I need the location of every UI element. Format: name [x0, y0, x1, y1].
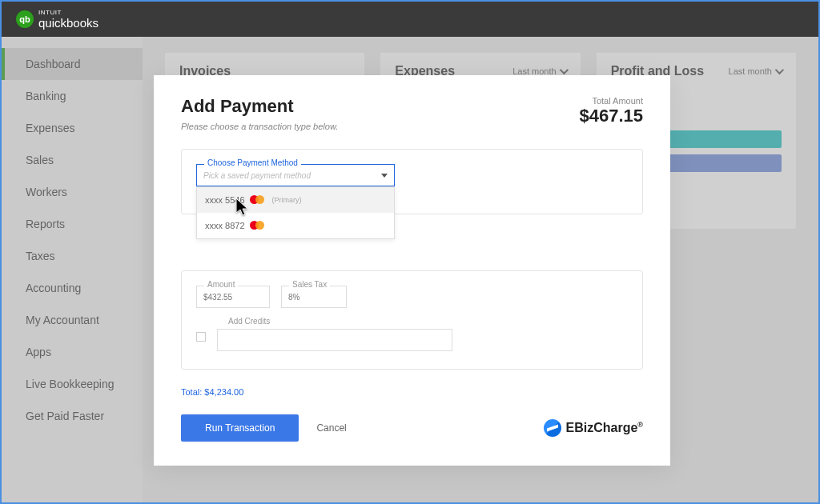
payment-method-box: Choose Payment Method Pick a saved payme… — [181, 149, 643, 214]
sidebar-item-apps[interactable]: Apps — [2, 336, 143, 368]
sidebar-item-workers[interactable]: Workers — [2, 176, 143, 208]
sum-line: Total: $4,234.00 — [181, 387, 243, 397]
total-amount-value: $467.15 — [579, 106, 643, 126]
run-transaction-button[interactable]: Run Transaction — [181, 414, 299, 442]
qb-mark-icon: qb — [16, 10, 34, 28]
sidebar: Dashboard Banking Expenses Sales Workers… — [2, 37, 143, 502]
sales-tax-input[interactable] — [281, 286, 347, 308]
caret-down-icon — [381, 174, 388, 178]
payment-option-primary[interactable]: xxxx 5546 (Primary) — [197, 187, 394, 213]
add-payment-modal: Add Payment Please choose a transaction … — [154, 75, 670, 466]
brand-logo: qb INTUIT quickbooks — [16, 10, 98, 30]
sum-value: $4,234.00 — [204, 387, 243, 397]
brand-name: quickbooks — [38, 16, 98, 30]
chevron-down-icon — [775, 66, 784, 74]
mastercard-icon — [250, 221, 264, 230]
sidebar-item-live-bookkeeping[interactable]: Live Bookkeeping — [2, 368, 143, 400]
primary-tag: (Primary) — [272, 196, 302, 204]
ebizcharge-mark-icon — [544, 419, 561, 437]
amount-box: Amount Sales Tax Add Credits — [181, 270, 643, 370]
app-header: qb INTUIT quickbooks — [2, 2, 818, 37]
payment-method-menu: xxxx 5546 (Primary) xxxx 8872 — [196, 186, 395, 239]
sidebar-item-banking[interactable]: Banking — [2, 80, 143, 112]
sidebar-item-get-paid-faster[interactable]: Get Paid Faster — [2, 400, 143, 432]
amount-input[interactable] — [196, 286, 270, 308]
payment-method-select[interactable]: Pick a saved payment method — [196, 164, 395, 186]
sidebar-item-taxes[interactable]: Taxes — [2, 240, 143, 272]
sidebar-item-reports[interactable]: Reports — [2, 208, 143, 240]
ebizcharge-logo: EBizCharge® — [544, 419, 643, 437]
brand-small: INTUIT — [38, 10, 98, 16]
sidebar-item-my-accountant[interactable]: My Accountant — [2, 304, 143, 336]
add-credits-input[interactable] — [217, 329, 452, 351]
sidebar-item-expenses[interactable]: Expenses — [2, 112, 143, 144]
payment-option-secondary[interactable]: xxxx 8872 — [197, 213, 394, 238]
pl-filter[interactable]: Last month — [729, 66, 782, 76]
total-amount-label: Total Amount — [579, 96, 643, 106]
chevron-down-icon — [559, 66, 568, 74]
add-credits-checkbox[interactable] — [196, 332, 206, 342]
sidebar-item-accounting[interactable]: Accounting — [2, 272, 143, 304]
add-credits-label: Add Credits — [225, 317, 273, 326]
cancel-button[interactable]: Cancel — [316, 422, 346, 434]
modal-subtitle: Please choose a transaction type below. — [181, 122, 338, 131]
payment-method-label: Choose Payment Method — [204, 158, 301, 167]
modal-title: Add Payment — [181, 96, 338, 117]
sidebar-item-sales[interactable]: Sales — [2, 144, 143, 176]
payment-method-placeholder: Pick a saved payment method — [203, 171, 311, 180]
mastercard-icon — [250, 195, 264, 205]
amount-label: Amount — [204, 280, 238, 289]
sidebar-item-dashboard[interactable]: Dashboard — [2, 48, 143, 80]
sales-tax-label: Sales Tax — [289, 280, 330, 289]
